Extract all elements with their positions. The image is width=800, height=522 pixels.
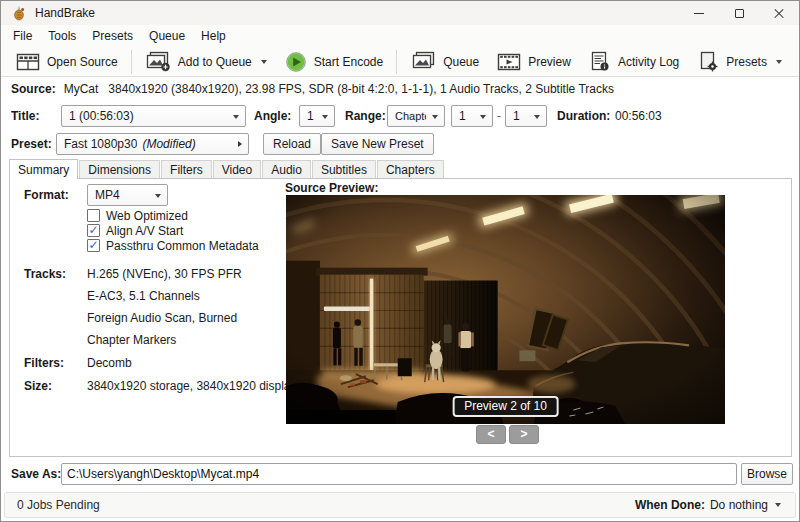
close-icon xyxy=(773,7,785,19)
filters-label: Filters: xyxy=(24,352,64,374)
title-select-value: 1 (00:56:03) xyxy=(69,109,134,123)
previous-preview-button[interactable]: < xyxy=(476,425,506,444)
duration-label: Duration: xyxy=(557,109,610,123)
menu-presets[interactable]: Presets xyxy=(84,26,141,46)
title-bar: HandBrake xyxy=(1,1,799,25)
save-as-input[interactable] xyxy=(61,463,737,485)
toolbar: Open Source Add to Queue Start Encode xyxy=(1,47,799,77)
reload-button[interactable]: Reload xyxy=(263,133,321,155)
preview-button[interactable]: Preview xyxy=(488,49,580,75)
save-new-preset-button[interactable]: Save New Preset xyxy=(321,133,434,155)
tracks-label: Tracks: xyxy=(24,263,66,285)
minimize-icon xyxy=(694,13,704,14)
status-bar: 0 Jobs Pending When Done: Do nothing xyxy=(4,492,796,518)
chevron-right-icon xyxy=(238,141,242,147)
title-select[interactable]: 1 (00:56:03) xyxy=(61,105,246,127)
menu-file[interactable]: File xyxy=(5,26,40,46)
browse-label: Browse xyxy=(747,467,787,481)
chevron-down-icon xyxy=(534,115,540,119)
presets-gear-icon xyxy=(697,51,719,72)
chevron-down-icon xyxy=(322,115,328,119)
web-optimized-label[interactable]: Web Optimized xyxy=(106,209,188,223)
activity-log-button[interactable]: Activity Log xyxy=(580,49,688,75)
minimize-button[interactable] xyxy=(679,1,719,25)
preset-row: Preset: Fast 1080p30 (Modified) Reload S… xyxy=(1,132,799,156)
maximize-icon xyxy=(735,9,744,18)
tab-subtitles[interactable]: Subtitles xyxy=(312,160,376,178)
save-as-label: Save As: xyxy=(11,467,61,481)
menu-tools[interactable]: Tools xyxy=(40,26,84,46)
preset-select-value: Fast 1080p30 xyxy=(64,137,137,151)
chevron-down-icon xyxy=(261,60,267,64)
next-preview-button[interactable]: > xyxy=(509,425,539,444)
menu-queue[interactable]: Queue xyxy=(141,26,193,46)
presets-button[interactable]: Presets xyxy=(688,49,791,75)
track-item: E-AC3, 5.1 Channels xyxy=(87,285,242,307)
source-row: Source: MyCat 3840x1920 (3840x1920), 23.… xyxy=(1,78,799,100)
tab-filters[interactable]: Filters xyxy=(161,160,212,178)
queue-button[interactable]: Queue xyxy=(401,49,488,75)
checkbox-icon[interactable] xyxy=(87,209,100,222)
start-encode-button[interactable]: Start Encode xyxy=(276,49,392,75)
add-to-queue-button[interactable]: Add to Queue xyxy=(136,49,276,75)
chevron-left-icon: < xyxy=(487,427,494,441)
menu-bar: File Tools Presets Queue Help xyxy=(1,25,799,47)
title-row: Title: 1 (00:56:03) Angle: 1 Range: Chap… xyxy=(1,104,799,128)
add-to-queue-label: Add to Queue xyxy=(178,55,252,69)
angle-select-value: 1 xyxy=(307,109,314,123)
checkbox-checked-icon[interactable]: ✓ xyxy=(87,224,100,237)
menu-help[interactable]: Help xyxy=(193,26,234,46)
tab-dimensions[interactable]: Dimensions xyxy=(79,160,160,178)
range-from-select[interactable]: 1 xyxy=(451,105,493,127)
source-preview-label: Source Preview: xyxy=(285,181,378,195)
chevron-down-icon xyxy=(233,115,239,119)
toolbar-separator xyxy=(131,50,132,74)
track-item: H.265 (NVEnc), 30 FPS PFR xyxy=(87,263,242,285)
handbrake-window: HandBrake File Tools Presets Queue Help … xyxy=(0,0,800,522)
range-label: Range: xyxy=(345,109,386,123)
when-done-label: When Done: xyxy=(635,498,705,512)
align-av-start-label[interactable]: Align A/V Start xyxy=(106,224,183,238)
preview-counter-badge: Preview 2 of 10 xyxy=(452,396,559,417)
chevron-down-icon xyxy=(776,60,782,64)
chevron-right-icon: > xyxy=(520,427,527,441)
web-optimized-checkbox[interactable]: Web Optimized xyxy=(87,208,188,223)
tab-audio[interactable]: Audio xyxy=(262,160,311,178)
range-separator: - xyxy=(497,109,501,123)
chevron-down-icon xyxy=(480,115,486,119)
photo-stack-icon xyxy=(410,51,436,72)
open-source-label: Open Source xyxy=(47,55,118,69)
checkbox-checked-icon[interactable]: ✓ xyxy=(87,239,100,252)
passthru-metadata-label[interactable]: Passthru Common Metadata xyxy=(106,239,259,253)
range-to-select[interactable]: 1 xyxy=(505,105,547,127)
range-from-value: 1 xyxy=(459,109,466,123)
duration-value: 00:56:03 xyxy=(615,109,662,123)
format-select[interactable]: MP4 xyxy=(87,184,168,206)
chevron-down-icon xyxy=(155,194,161,198)
passthru-metadata-checkbox[interactable]: ✓ Passthru Common Metadata xyxy=(87,238,259,253)
tab-chapters[interactable]: Chapters xyxy=(377,160,444,178)
film-strip-icon xyxy=(16,52,40,72)
play-circle-icon xyxy=(285,51,307,73)
size-label: Size: xyxy=(24,375,52,397)
close-button[interactable] xyxy=(759,1,799,25)
align-av-start-checkbox[interactable]: ✓ Align A/V Start xyxy=(87,223,183,238)
when-done-dropdown[interactable]: When Done: Do nothing xyxy=(635,498,781,512)
tab-video[interactable]: Video xyxy=(213,160,261,178)
tab-summary[interactable]: Summary xyxy=(9,159,78,179)
source-label: Source: xyxy=(11,82,56,96)
browse-button[interactable]: Browse xyxy=(741,463,793,485)
range-type-value: Chapters xyxy=(395,110,426,122)
title-label: Title: xyxy=(11,109,39,123)
format-label: Format: xyxy=(24,184,69,206)
window-title: HandBrake xyxy=(35,6,95,20)
angle-select[interactable]: 1 xyxy=(299,105,335,127)
preset-select[interactable]: Fast 1080p30 (Modified) xyxy=(56,133,249,155)
maximize-button[interactable] xyxy=(719,1,759,25)
open-source-button[interactable]: Open Source xyxy=(7,49,127,75)
track-item: Foreign Audio Scan, Burned xyxy=(87,307,242,329)
range-type-select[interactable]: Chapters xyxy=(387,105,445,127)
format-select-value: MP4 xyxy=(95,188,120,202)
summary-panel: Format: MP4 Web Optimized ✓ Align A/V St… xyxy=(9,178,792,457)
source-details: 3840x1920 (3840x1920), 23.98 FPS, SDR (8… xyxy=(108,82,614,96)
